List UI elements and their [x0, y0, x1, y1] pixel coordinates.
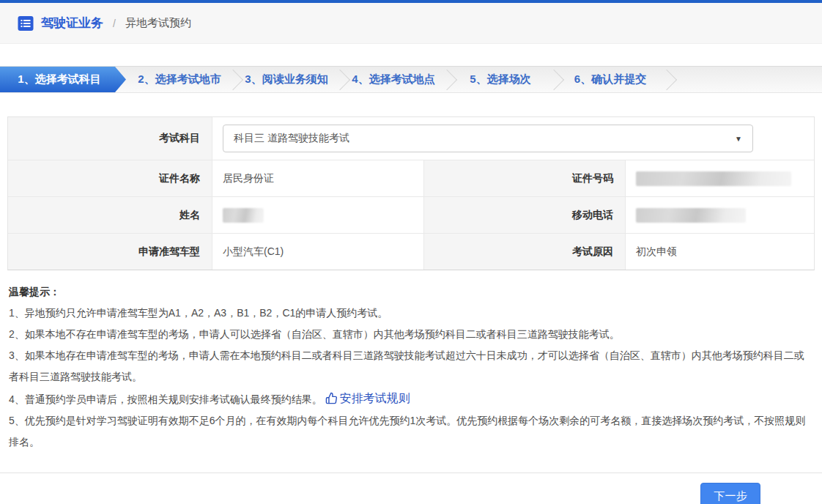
- list-icon: [18, 15, 34, 32]
- step-2-select-city[interactable]: 2、选择考试地市: [126, 67, 233, 92]
- field-label-vehicle-type: 申请准驾车型: [8, 234, 212, 270]
- step-3-read-notice[interactable]: 3、阅读业务须知: [233, 67, 340, 92]
- step-label: 3、阅读业务须知: [245, 73, 327, 86]
- step-4-select-site[interactable]: 4、选择考试地点: [340, 67, 447, 92]
- field-value-id-type: 居民身份证: [212, 160, 423, 196]
- table-row: 姓名 移动电话: [8, 196, 814, 233]
- field-value-vehicle-type: 小型汽车(C1): [212, 234, 423, 270]
- step-wizard: 1、选择考试科目 2、选择考试地市 3、阅读业务须知 4、选择考试地点 5、选择…: [0, 66, 822, 93]
- field-value-name: [212, 197, 423, 233]
- field-value-exam-subject: 科目三 道路驾驶技能考试 ▼: [212, 117, 814, 160]
- field-label-mobile: 移动电话: [423, 197, 625, 233]
- tip-item-3: 3、如果本地存在申请准驾车型的考场，申请人需在本地预约科目二或者科目三道路驾驶技…: [9, 345, 813, 388]
- field-value-id-number: [625, 160, 814, 196]
- step-5-select-session[interactable]: 5、选择场次: [447, 67, 554, 92]
- appointment-form-table: 考试科目 科目三 道路驾驶技能考试 ▼ 证件名称 居民身份证 证件号码 姓名 移…: [7, 116, 815, 270]
- field-label-exam-subject: 考试科目: [8, 117, 212, 160]
- table-row: 申请准驾车型 小型汽车(C1) 考试原因 初次申领: [8, 233, 814, 270]
- redacted-value: [636, 208, 746, 223]
- tip-item-1: 1、异地预约只允许申请准驾车型为A1，A2，A3，B1，B2，C1的申请人预约考…: [9, 303, 813, 324]
- next-step-button[interactable]: 下一步: [700, 483, 760, 504]
- tip-item-4-text: 4、普通预约学员申请后，按照相关规则安排考试确认最终预约结果。: [9, 393, 322, 405]
- arrange-exam-rules-link-label: 安排考试规则: [340, 388, 410, 409]
- field-label-name: 姓名: [8, 197, 212, 233]
- exam-subject-selected-value: 科目三 道路驾驶技能考试: [234, 132, 349, 145]
- tip-item-5: 5、优先预约是针对学习驾驶证明有效期不足6个月的，在有效期内每个科目允许优先预约…: [9, 410, 813, 453]
- table-row: 证件名称 居民身份证 证件号码: [8, 160, 814, 196]
- field-value-exam-reason: 初次申领: [625, 234, 814, 270]
- redacted-value: [223, 208, 264, 223]
- chevron-down-icon: ▼: [735, 135, 742, 143]
- breadcrumb-separator: /: [113, 18, 116, 29]
- field-value-mobile: [625, 197, 814, 233]
- tip-item-4: 4、普通预约学员申请后，按照相关规则安排考试确认最终预约结果。 安排考试规则: [9, 388, 813, 410]
- step-label: 2、选择考试地市: [138, 73, 221, 86]
- step-bar-tail: [667, 67, 822, 92]
- step-label: 4、选择考试地点: [352, 73, 434, 86]
- breadcrumb: 驾驶证业务 / 异地考试预约: [0, 3, 822, 44]
- redacted-value: [636, 171, 791, 186]
- step-label: 5、选择场次: [470, 73, 530, 86]
- step-label: 1、选择考试科目: [18, 73, 100, 86]
- thumbs-up-icon: [325, 392, 338, 404]
- breadcrumb-section[interactable]: 驾驶证业务: [41, 15, 103, 32]
- table-row: 考试科目 科目三 道路驾驶技能考试 ▼: [8, 117, 814, 160]
- exam-subject-select[interactable]: 科目三 道路驾驶技能考试 ▼: [223, 125, 753, 152]
- footer-actions: 下一步: [0, 473, 822, 504]
- breadcrumb-current-page: 异地考试预约: [125, 16, 191, 30]
- tip-item-2: 2、如果本地不存在申请准驾车型的考场，申请人可以选择省（自治区、直辖市）内其他考…: [9, 324, 813, 345]
- step-1-select-subject[interactable]: 1、选择考试科目: [0, 67, 126, 92]
- field-label-id-type: 证件名称: [8, 160, 212, 196]
- arrange-exam-rules-link[interactable]: 安排考试规则: [325, 388, 410, 409]
- field-label-exam-reason: 考试原因: [423, 234, 625, 270]
- tips-title: 温馨提示：: [9, 281, 813, 303]
- field-label-id-number: 证件号码: [423, 160, 625, 196]
- step-6-confirm-submit[interactable]: 6、确认并提交: [554, 67, 667, 92]
- step-label: 6、确认并提交: [574, 73, 646, 86]
- tips-section: 温馨提示： 1、异地预约只允许申请准驾车型为A1，A2，A3，B1，B2，C1的…: [0, 270, 822, 453]
